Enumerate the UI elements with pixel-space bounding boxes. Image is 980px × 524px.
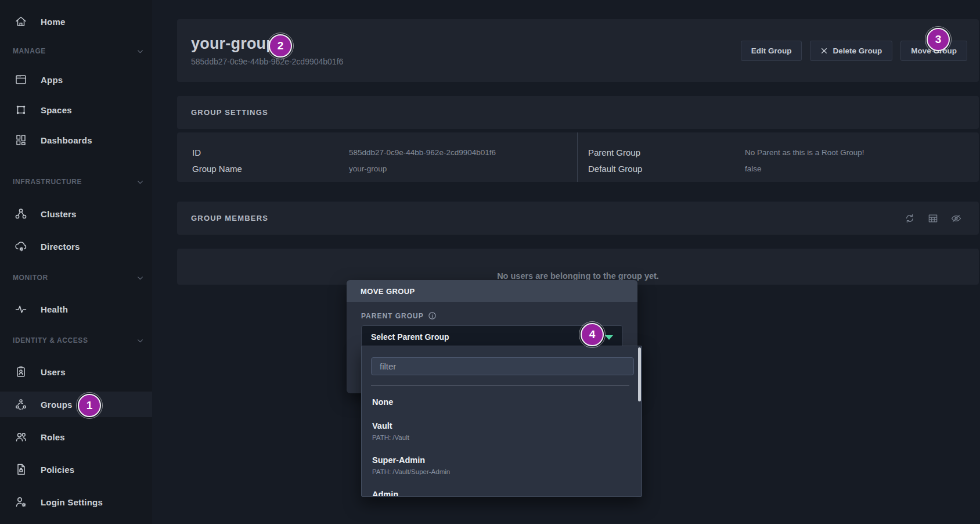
chevron-down-icon bbox=[136, 274, 144, 282]
parent-group-field-label: PARENT GROUP bbox=[361, 311, 623, 320]
group-header-card: your-group 585ddb27-0c9e-44bb-962e-2cd99… bbox=[177, 19, 979, 82]
login-settings-icon bbox=[14, 495, 28, 509]
close-icon bbox=[820, 47, 828, 55]
group-settings-title-band: GROUP SETTINGS bbox=[177, 96, 979, 129]
group-settings-left-column: ID 585ddb27-0c9e-44bb-962e-2cd9904b01f6 … bbox=[177, 132, 578, 182]
roles-icon bbox=[14, 430, 28, 444]
group-members-title: GROUP MEMBERS bbox=[191, 214, 268, 222]
sidebar-item-users[interactable]: Users bbox=[0, 359, 152, 385]
sidebar-section-infrastructure[interactable]: INFRASTRUCTURE bbox=[0, 172, 152, 192]
group-name-label: Group Name bbox=[192, 164, 349, 174]
group-members-toolbar bbox=[904, 213, 962, 224]
option-admin[interactable]: Admin bbox=[362, 483, 642, 497]
sidebar-item-spaces[interactable]: Spaces bbox=[0, 97, 152, 123]
option-none[interactable]: None bbox=[362, 390, 642, 414]
setting-row-id: ID 585ddb27-0c9e-44bb-962e-2cd9904b01f6 bbox=[192, 144, 577, 160]
caret-down-icon bbox=[605, 335, 613, 340]
chevron-down-icon bbox=[136, 178, 144, 186]
modal-title: MOVE GROUP bbox=[361, 287, 415, 296]
policies-icon bbox=[14, 462, 28, 476]
sidebar-item-health[interactable]: Health bbox=[0, 296, 152, 322]
option-vault[interactable]: Vault PATH: /Vault bbox=[362, 414, 642, 448]
chevron-down-icon bbox=[136, 337, 144, 344]
sidebar-item-label: Health bbox=[41, 296, 68, 322]
default-group-label: Default Group bbox=[588, 164, 745, 174]
group-id-subtitle: 585ddb27-0c9e-44bb-962e-2cd9904b01f6 bbox=[191, 57, 343, 66]
id-value: 585ddb27-0c9e-44bb-962e-2cd9904b01f6 bbox=[349, 148, 577, 157]
parent-group-label: Parent Group bbox=[588, 148, 745, 157]
default-group-value: false bbox=[745, 164, 979, 173]
group-members-empty-message: No users are belonging to the group yet. bbox=[177, 271, 979, 281]
refresh-icon[interactable] bbox=[904, 213, 916, 224]
sidebar-item-label: Roles bbox=[41, 424, 65, 450]
sidebar-item-label: Groups bbox=[41, 392, 73, 417]
annotation-badge-2: 2 bbox=[269, 34, 292, 58]
groups-icon bbox=[14, 397, 28, 411]
sidebar-section-label: IDENTITY & ACCESS bbox=[13, 331, 88, 350]
group-title-block: your-group 585ddb27-0c9e-44bb-962e-2cd99… bbox=[191, 35, 343, 66]
parent-group-select-value: Select Parent Group bbox=[371, 332, 449, 342]
home-icon bbox=[14, 15, 28, 28]
setting-row-default-group: Default Group false bbox=[588, 160, 979, 177]
group-detail-page: { "sidebar": { "items": [ {"label": "Hom… bbox=[0, 0, 980, 524]
sidebar-item-apps[interactable]: Apps bbox=[0, 67, 152, 92]
chevron-down-icon bbox=[136, 48, 144, 55]
group-settings-body: ID 585ddb27-0c9e-44bb-962e-2cd9904b01f6 … bbox=[177, 132, 979, 182]
sidebar-section-monitor[interactable]: MONITOR bbox=[0, 268, 152, 288]
sidebar-item-label: Dashboards bbox=[41, 127, 92, 153]
annotation-badge-1: 1 bbox=[78, 394, 101, 417]
health-icon bbox=[14, 302, 28, 316]
sidebar-item-directors[interactable]: Directors bbox=[0, 234, 152, 259]
sidebar-item-label: Users bbox=[41, 359, 66, 385]
sidebar-item-login-settings[interactable]: Login Settings bbox=[0, 489, 152, 515]
filter-input[interactable] bbox=[371, 357, 634, 375]
setting-row-group-name: Group Name your-group bbox=[192, 160, 577, 177]
group-members-body: No users are belonging to the group yet. bbox=[177, 249, 979, 285]
sidebar-item-label: Home bbox=[41, 9, 65, 34]
sidebar-item-label: Apps bbox=[41, 67, 63, 92]
sidebar-item-label: Policies bbox=[41, 457, 74, 482]
annotation-badge-4: 4 bbox=[581, 323, 604, 346]
delete-group-button[interactable]: Delete Group bbox=[810, 41, 892, 61]
move-group-modal-header: MOVE GROUP bbox=[347, 280, 637, 302]
sidebar-section-manage[interactable]: MANAGE bbox=[0, 41, 152, 61]
sidebar-section-label: MANAGE bbox=[13, 41, 46, 61]
dropdown-options: None Vault PATH: /Vault Super-Admin PATH… bbox=[362, 386, 642, 497]
dashboards-icon bbox=[14, 133, 28, 147]
option-super-admin[interactable]: Super-Admin PATH: /Vault/Super-Admin bbox=[362, 448, 642, 483]
edit-group-button[interactable]: Edit Group bbox=[741, 41, 802, 61]
sidebar: Home MANAGE Apps Spaces Dashboards INFRA… bbox=[0, 0, 152, 524]
option-path: PATH: /Vault/Super-Admin bbox=[372, 468, 631, 476]
dropdown-scrollbar[interactable] bbox=[638, 347, 641, 401]
info-icon[interactable] bbox=[428, 311, 437, 320]
table-icon[interactable] bbox=[927, 213, 939, 224]
sidebar-item-dashboards[interactable]: Dashboards bbox=[0, 127, 152, 153]
sidebar-item-label: Clusters bbox=[41, 201, 77, 227]
sidebar-item-home[interactable]: Home bbox=[0, 9, 152, 34]
group-members-title-band: GROUP MEMBERS bbox=[177, 202, 979, 235]
sidebar-item-clusters[interactable]: Clusters bbox=[0, 201, 152, 227]
sidebar-item-roles[interactable]: Roles bbox=[0, 424, 152, 450]
parent-group-value: No Parent as this is a Root Group! bbox=[745, 148, 979, 157]
sidebar-section-label: MONITOR bbox=[13, 268, 48, 288]
group-settings-right-column: Parent Group No Parent as this is a Root… bbox=[578, 132, 979, 182]
parent-group-dropdown: None Vault PATH: /Vault Super-Admin PATH… bbox=[361, 346, 642, 497]
eye-off-icon[interactable] bbox=[950, 213, 962, 224]
sidebar-item-label: Spaces bbox=[41, 97, 72, 123]
setting-row-parent-group: Parent Group No Parent as this is a Root… bbox=[588, 144, 979, 160]
group-settings-title: GROUP SETTINGS bbox=[191, 108, 268, 117]
sidebar-section-label: INFRASTRUCTURE bbox=[13, 172, 82, 192]
spaces-icon bbox=[14, 103, 28, 117]
sidebar-item-label: Directors bbox=[41, 234, 80, 259]
group-name-value: your-group bbox=[349, 164, 577, 173]
sidebar-section-identity-access[interactable]: IDENTITY & ACCESS bbox=[0, 331, 152, 350]
sidebar-item-groups[interactable]: Groups bbox=[0, 392, 152, 417]
page-title: your-group bbox=[191, 35, 276, 53]
apps-icon bbox=[14, 73, 28, 87]
sidebar-item-policies[interactable]: Policies bbox=[0, 457, 152, 482]
users-icon bbox=[14, 365, 28, 379]
clusters-icon bbox=[14, 207, 28, 221]
option-path: PATH: /Vault bbox=[372, 433, 631, 442]
id-label: ID bbox=[192, 148, 349, 157]
directors-icon bbox=[14, 239, 28, 253]
